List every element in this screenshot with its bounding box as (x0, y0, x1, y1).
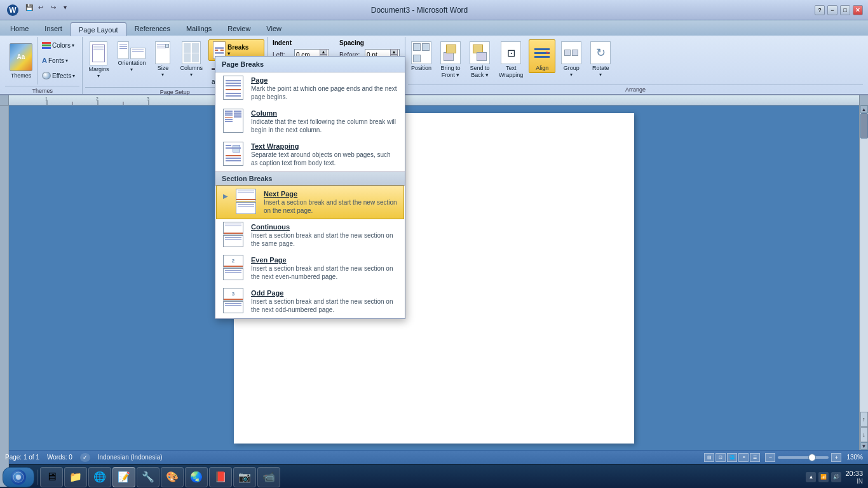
size-label: Size (158, 65, 169, 71)
text-wrapping-break-item[interactable]: Text Wrapping Separate text around objec… (215, 139, 405, 172)
start-button[interactable] (3, 467, 34, 487)
ribbon: Home Insert Page Layout References Maili… (0, 20, 868, 95)
minimize-btn[interactable]: − (827, 5, 837, 15)
quick-access-toolbar: 💾 ↩ ↪ ▾ (25, 4, 75, 15)
taskbar-btn-8[interactable]: 📕 (209, 467, 232, 487)
bring-to-front-button[interactable]: Bring to Front ▾ (437, 39, 464, 80)
taskbar-btn-9[interactable]: 📷 (233, 467, 256, 487)
arrange-content: Position Bring to Front ▾ Send to (408, 38, 863, 85)
taskbar-btn-5[interactable]: 🔧 (137, 467, 159, 487)
taskbar-btn-6[interactable]: 🎨 (161, 467, 184, 487)
clock-area: 20:33 IN (845, 470, 863, 485)
scroll-thumb[interactable] (860, 113, 868, 139)
scroll-page-up[interactable]: ↑ (860, 412, 868, 427)
scroll-up-btn[interactable]: ▲ (860, 105, 868, 113)
full-screen-btn[interactable]: ⊡ (715, 453, 726, 462)
tab-home[interactable]: Home (3, 22, 36, 36)
page-break-item[interactable]: Page Mark the point at which one page en… (215, 72, 405, 105)
taskbar-btn-2[interactable]: 📁 (64, 467, 87, 487)
page-break-desc: Mark the point at which one page ends an… (251, 85, 398, 101)
tab-mailings[interactable]: Mailings (179, 22, 219, 36)
page-info: Page: 1 of 1 (5, 454, 39, 461)
scroll-page-down[interactable]: ↓ (860, 427, 868, 442)
tab-insert[interactable]: Insert (37, 22, 70, 36)
taskbar-btn-7[interactable]: 🌏 (185, 467, 208, 487)
page-break-icon (222, 76, 245, 99)
close-btn[interactable]: ✕ (853, 5, 863, 15)
taskbar-btn-4[interactable]: 📝 (112, 467, 135, 487)
continuous-break-item[interactable]: Continuous Insert a section break and st… (215, 219, 405, 252)
effects-button[interactable]: Effects ▾ (39, 70, 78, 81)
taskbar-btn-3[interactable]: 🌐 (88, 467, 111, 487)
scroll-down-btn[interactable]: ▼ (860, 442, 868, 450)
continuous-text: Continuous Insert a section break and st… (251, 223, 398, 248)
zoom-thumb[interactable] (808, 454, 816, 461)
status-right: ▤ ⊡ 🌐 ≡ ☰ − + 130% (704, 453, 863, 462)
orientation-label: Orientation (118, 60, 146, 66)
draft-btn[interactable]: ☰ (750, 453, 760, 462)
tab-page-layout[interactable]: Page Layout (71, 22, 126, 36)
odd-page-break-item[interactable]: 3 Odd Page Insert a section break and st… (215, 285, 405, 318)
page-break-title: Page (251, 76, 398, 84)
ribbon-content: Aa Themes Colors ▾ A Fonts ▾ (0, 36, 868, 94)
themes-side-buttons: Colors ▾ A Fonts ▾ Effects ▾ (37, 37, 79, 85)
column-break-item[interactable]: Column Indicate that the text following … (215, 105, 405, 139)
tray-icon-1: ▲ (806, 472, 816, 482)
even-page-break-item[interactable]: 2 Even Page Insert a section break and s… (215, 252, 405, 285)
before-up[interactable]: ▲ (390, 49, 398, 55)
indent-left-up[interactable]: ▲ (320, 49, 327, 55)
next-page-break-icon (234, 190, 257, 213)
next-page-desc: Insert a section break and start the new… (264, 198, 397, 215)
themes-group-label: Themes (5, 86, 79, 94)
system-tray: ▲ 📶 🔊 20:33 IN (803, 470, 865, 485)
doc-area: ▲ ↑ ↓ ▼ (0, 105, 868, 450)
svg-text:W: W (9, 6, 17, 15)
columns-label: Columns (180, 65, 203, 71)
tab-view[interactable]: View (259, 22, 289, 36)
zoom-out-btn[interactable]: − (765, 453, 775, 462)
send-to-back-button[interactable]: Send to Back ▾ (466, 39, 493, 80)
help-btn[interactable]: ? (815, 5, 825, 15)
document-canvas (9, 105, 859, 450)
continuous-desc: Insert a section break and start the new… (251, 231, 398, 248)
text-wrapping-button[interactable]: ⊡ Text Wrapping (496, 39, 526, 80)
size-button[interactable]: Size ▾ (151, 39, 174, 79)
themes-button[interactable]: Aa Themes (5, 37, 37, 85)
customize-qat-btn[interactable]: ▾ (64, 4, 75, 15)
outline-btn[interactable]: ≡ (738, 453, 749, 462)
text-wrapping-break-text: Text Wrapping Separate text around objec… (251, 142, 398, 167)
orientation-button[interactable]: Orientation ▾ (114, 39, 149, 74)
taskbar-sep-1 (37, 470, 37, 485)
clock-locale: IN (857, 478, 863, 485)
web-layout-btn[interactable]: 🌐 (727, 453, 737, 462)
align-button[interactable]: Align (529, 39, 555, 73)
title-bar: W 💾 ↩ ↪ ▾ Document3 - Microsoft Word ? −… (0, 0, 868, 20)
vertical-ruler (0, 105, 9, 450)
zoom-slider[interactable] (778, 456, 829, 459)
maximize-btn[interactable]: □ (840, 5, 850, 15)
ribbon-tab-bar: Home Insert Page Layout References Maili… (0, 20, 868, 36)
margins-button[interactable]: Margins ▾ (85, 39, 112, 81)
zoom-in-btn[interactable]: + (831, 453, 841, 462)
vertical-scrollbar[interactable]: ▲ ↑ ↓ ▼ (859, 105, 868, 450)
fonts-button[interactable]: A Fonts ▾ (39, 55, 78, 66)
column-break-icon (222, 109, 245, 132)
save-qat-btn[interactable]: 💾 (25, 4, 37, 15)
undo-qat-btn[interactable]: ↩ (38, 4, 50, 15)
print-layout-btn[interactable]: ▤ (704, 453, 714, 462)
group-button[interactable]: Group ▾ (558, 39, 585, 79)
rotate-button[interactable]: ↻ Rotate ▾ (587, 39, 614, 79)
columns-button[interactable]: Columns ▾ (177, 39, 206, 79)
tab-review[interactable]: Review (220, 22, 258, 36)
continuous-break-icon (222, 223, 245, 246)
next-page-break-item[interactable]: ▶ Next Page Insert a section break and s… (216, 186, 404, 219)
redo-qat-btn[interactable]: ↪ (51, 4, 62, 15)
tab-references[interactable]: References (127, 22, 178, 36)
even-page-title: Even Page (251, 256, 398, 264)
taskbar-btn-10[interactable]: 📹 (257, 467, 280, 487)
colors-button[interactable]: Colors ▾ (39, 40, 78, 51)
position-button[interactable]: Position (408, 39, 435, 73)
taskbar-btn-1[interactable]: 🖥 (40, 467, 63, 487)
section-breaks-header: Section Breaks (215, 172, 405, 186)
arrange-group: Position Bring to Front ▾ Send to (405, 37, 865, 94)
